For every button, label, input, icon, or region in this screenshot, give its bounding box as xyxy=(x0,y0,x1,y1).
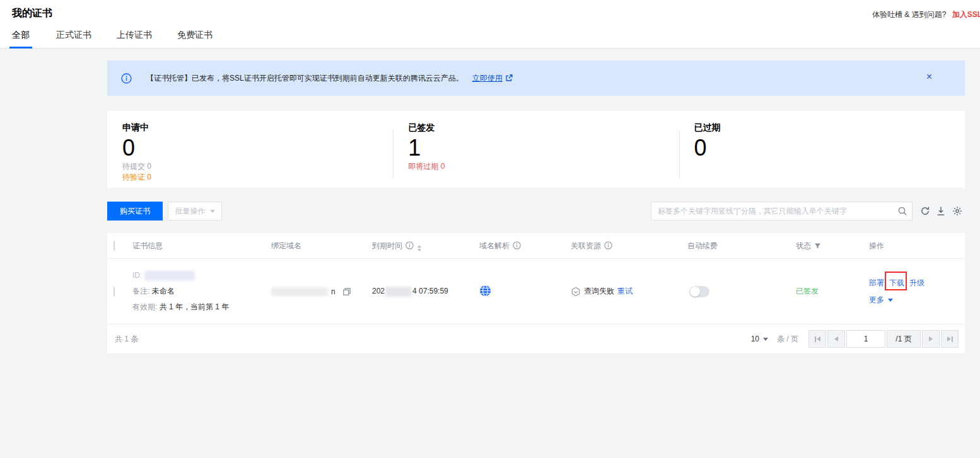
total-count: 共 1 条 xyxy=(115,334,138,345)
batch-operation-button[interactable]: 批量操作 xyxy=(168,202,222,220)
deploy-link[interactable]: 部署 xyxy=(869,278,884,289)
col-domain-resolution: 域名解析 xyxy=(479,241,571,251)
col-auto-renew: 自动续费 xyxy=(687,241,796,251)
stat-value: 1 xyxy=(408,135,679,161)
filter-icon[interactable] xyxy=(814,243,821,249)
pagination: 10 条 / 页 1 /1 页 xyxy=(751,330,959,348)
bound-domain-cell: n xyxy=(271,287,372,296)
ssl-console-screen: 我的证书 体验吐槽 & 遇到问题? 加入SSL证 全部 正式证书 上传证书 免费… xyxy=(0,0,980,458)
current-page-input[interactable]: 1 xyxy=(846,330,885,348)
external-link-icon xyxy=(505,74,513,82)
operation-cell: 部署 下载 升级 更多 xyxy=(869,278,965,306)
copy-icon[interactable] xyxy=(342,287,351,296)
col-associated-resources: 关联资源 xyxy=(571,241,687,251)
info-icon[interactable] xyxy=(405,241,414,249)
top-header: 我的证书 体验吐槽 & 遇到问题? 加入SSL证 xyxy=(0,0,980,28)
page-size-value: 10 xyxy=(751,335,759,343)
col-cert-info: 证书信息 xyxy=(132,241,271,251)
globe-icon[interactable] xyxy=(479,285,491,297)
info-icon xyxy=(121,73,132,84)
use-now-link[interactable]: 立即使用 xyxy=(472,73,503,84)
col-bound-domain: 绑定域名 xyxy=(271,241,372,251)
col-status: 状态 xyxy=(796,241,869,251)
stat-sub-expiring: 即将过期 0 xyxy=(408,161,679,172)
table-row: ID: 备注: 未命名 有效期: 共 1 年，当前第 1 年 n xyxy=(107,259,965,324)
table-footer: 共 1 条 10 条 / 页 1 /1 页 xyxy=(107,324,965,353)
stat-sub-pending-submit: 待提交 0 xyxy=(122,161,393,172)
first-page-button[interactable] xyxy=(808,330,826,348)
domain-suffix: n xyxy=(331,287,335,296)
stats-panel: 申请中 0 待提交 0 待验证 0 已签发 1 即将过期 0 已过期 0 xyxy=(107,111,965,188)
chevron-down-icon xyxy=(763,338,768,341)
chevron-down-icon xyxy=(210,210,215,213)
prev-page-button[interactable] xyxy=(827,330,845,348)
stat-title: 申请中 xyxy=(122,122,393,134)
retry-link[interactable]: 重试 xyxy=(617,286,633,297)
more-dropdown[interactable]: 更多 xyxy=(869,295,965,306)
validity-label: 有效期: xyxy=(132,302,157,311)
download-icon[interactable] xyxy=(936,206,946,216)
col-operation: 操作 xyxy=(869,241,965,251)
total-pages-label: /1 页 xyxy=(887,330,921,348)
upgrade-link[interactable]: 升级 xyxy=(909,278,925,289)
cert-info-cell: ID: 备注: 未命名 有效期: 共 1 年，当前第 1 年 xyxy=(132,268,271,315)
download-link[interactable]: 下载 xyxy=(889,278,904,289)
search-icon[interactable] xyxy=(897,206,907,216)
expire-prefix: 202 xyxy=(372,287,385,295)
id-label: ID: xyxy=(132,271,142,280)
stat-value: 0 xyxy=(694,135,965,161)
stat-title: 已签发 xyxy=(408,122,679,134)
stat-expired: 已过期 0 xyxy=(679,111,965,188)
tab-bar: 全部 正式证书 上传证书 免费证书 xyxy=(0,28,980,49)
stat-title: 已过期 xyxy=(694,122,965,134)
gear-icon[interactable] xyxy=(952,206,962,216)
page-size-unit: 条 / 页 xyxy=(777,334,798,345)
main-content: 【证书托管】已发布，将SSL证书开启托管即可实现证书到期前自动更新关联的腾讯云云… xyxy=(0,49,980,458)
col-expire-time: 到期时间 xyxy=(372,241,479,251)
buy-certificate-button[interactable]: 购买证书 xyxy=(107,202,163,220)
feedback-text: 体验吐槽 & 遇到问题? xyxy=(872,10,946,19)
page-size-select[interactable]: 10 条 / 页 xyxy=(751,334,798,345)
auto-renew-cell xyxy=(687,286,796,297)
tab-upload-cert[interactable]: 上传证书 xyxy=(117,30,152,49)
expire-time-cell: 2024 07:59:59 xyxy=(372,287,479,297)
stat-applying: 申请中 0 待提交 0 待验证 0 xyxy=(107,111,393,188)
tab-official-cert[interactable]: 正式证书 xyxy=(56,30,91,49)
search-box xyxy=(651,202,913,220)
stat-sub-pending-verify: 待验证 0 xyxy=(122,172,393,183)
remark-value: 未命名 xyxy=(152,287,175,295)
banner-text: 【证书托管】已发布，将SSL证书开启托管即可实现证书到期前自动更新关联的腾讯云云… xyxy=(146,73,464,84)
join-ssl-link[interactable]: 加入SSL证 xyxy=(952,10,980,19)
refresh-icon[interactable] xyxy=(920,206,930,216)
redacted-date xyxy=(385,287,412,297)
stat-value: 0 xyxy=(122,135,393,161)
domain-resolution-cell xyxy=(479,285,571,299)
resource-icon xyxy=(571,287,581,297)
info-icon[interactable] xyxy=(604,241,612,249)
batch-operation-label: 批量操作 xyxy=(175,206,206,217)
tab-free-cert[interactable]: 免费证书 xyxy=(177,30,213,49)
header-right: 体验吐槽 & 遇到问题? 加入SSL证 xyxy=(872,9,980,20)
sort-icon[interactable] xyxy=(417,245,421,251)
last-page-button[interactable] xyxy=(941,330,959,348)
close-icon[interactable]: × xyxy=(926,72,932,82)
redacted-domain xyxy=(271,287,328,296)
page-title: 我的证书 xyxy=(12,7,52,20)
expire-suffix: 4 07:59:59 xyxy=(412,287,448,295)
select-all-checkbox[interactable] xyxy=(114,241,115,251)
status-badge: 已签发 xyxy=(796,287,819,295)
notice-banner: 【证书托管】已发布，将SSL证书开启托管即可实现证书到期前自动更新关联的腾讯云云… xyxy=(107,60,965,96)
redacted-cert-id xyxy=(144,271,195,280)
remark-label: 备注: xyxy=(132,287,149,295)
tab-all[interactable]: 全部 xyxy=(12,30,30,49)
row-checkbox[interactable] xyxy=(114,287,115,297)
more-label: 更多 xyxy=(869,295,884,306)
search-input[interactable] xyxy=(651,202,913,220)
chevron-down-icon xyxy=(888,299,893,302)
info-icon[interactable] xyxy=(513,241,521,249)
next-page-button[interactable] xyxy=(922,330,940,348)
associated-resource-cell: 查询失败 重试 xyxy=(571,286,687,297)
auto-renew-toggle[interactable] xyxy=(689,286,709,297)
validity-value: 共 1 年，当前第 1 年 xyxy=(160,302,230,311)
status-cell: 已签发 xyxy=(796,286,869,297)
